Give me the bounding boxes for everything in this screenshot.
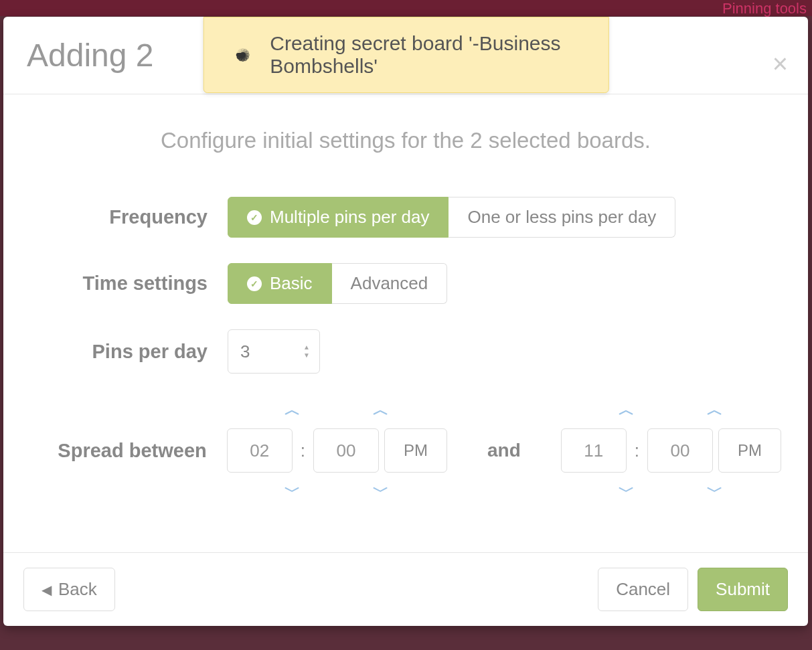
start-minute-up[interactable]: ︿ [348, 399, 414, 420]
pins-increment-button[interactable]: ▲ [302, 344, 311, 351]
frequency-label: Frequency [30, 206, 228, 228]
modal-dialog: Adding 2 × Configure initial settings fo… [3, 17, 808, 626]
time-basic-button[interactable]: ✓ Basic [228, 263, 332, 304]
toast-message: Creating secret board '-Business Bombshe… [270, 32, 581, 78]
pins-per-day-label: Pins per day [30, 341, 228, 363]
start-time-group: ︿ ︿ : PM ﹀ ﹀ [227, 399, 447, 502]
time-settings-row: Time settings ✓ Basic Advanced [30, 263, 781, 304]
toast-notification: Creating secret board '-Business Bombshe… [203, 17, 609, 93]
frequency-row: Frequency ✓ Multiple pins per day One or… [30, 197, 781, 238]
start-hour-up[interactable]: ︿ [260, 399, 325, 420]
start-chevron-down-row: ﹀ ﹀ [260, 481, 414, 502]
back-button[interactable]: ◀ Back [23, 568, 115, 611]
start-minute-input[interactable] [313, 428, 379, 473]
check-circle-icon: ✓ [247, 210, 262, 225]
check-circle-icon: ✓ [247, 276, 262, 291]
chevron-left-icon: ◀ [42, 582, 52, 598]
end-time-inputs: : PM [561, 428, 781, 473]
spread-label: Spread between [30, 440, 227, 462]
time-advanced-button[interactable]: Advanced [332, 263, 448, 304]
frequency-toggle-group: ✓ Multiple pins per day One or less pins… [228, 197, 675, 238]
end-hour-down[interactable]: ﹀ [594, 481, 659, 502]
pins-per-day-input-wrapper: ▲ ▼ [228, 329, 320, 374]
start-hour-input[interactable] [227, 428, 293, 473]
start-time-inputs: : PM [227, 428, 447, 473]
footer-right: Cancel Submit [598, 568, 788, 611]
end-minute-input[interactable] [647, 428, 713, 473]
end-ampm-button[interactable]: PM [718, 428, 781, 473]
close-icon[interactable]: × [773, 50, 788, 77]
modal-body: Configure initial settings for the 2 sel… [3, 94, 808, 554]
start-minute-down[interactable]: ﹀ [348, 481, 414, 502]
pins-per-day-input[interactable] [240, 330, 294, 373]
end-hour-up[interactable]: ︿ [594, 399, 659, 420]
end-chevron-down-row: ﹀ ﹀ [594, 481, 748, 502]
colon: : [298, 440, 308, 461]
top-bar: Pinning tools [0, 0, 812, 16]
start-ampm-button[interactable]: PM [384, 428, 447, 473]
submit-button[interactable]: Submit [698, 568, 788, 611]
subheading: Configure initial settings for the 2 sel… [30, 128, 781, 153]
pins-per-day-row: Pins per day ▲ ▼ [30, 329, 781, 374]
start-hour-down[interactable]: ﹀ [260, 481, 325, 502]
loading-spinner-icon [230, 39, 255, 71]
time-advanced-label: Advanced [351, 273, 428, 294]
end-minute-up[interactable]: ︿ [682, 399, 748, 420]
time-settings-label: Time settings [30, 272, 228, 295]
cancel-button[interactable]: Cancel [598, 568, 688, 611]
pins-spinner: ▲ ▼ [302, 344, 311, 359]
and-label: and [447, 440, 561, 461]
frequency-multiple-button[interactable]: ✓ Multiple pins per day [228, 197, 449, 238]
colon: : [632, 440, 642, 461]
pinning-tools-link[interactable]: Pinning tools [722, 0, 807, 17]
end-time-group: ︿ ︿ : PM ﹀ ﹀ [561, 399, 781, 502]
frequency-single-button[interactable]: One or less pins per day [449, 197, 675, 238]
frequency-single-label: One or less pins per day [467, 207, 656, 228]
end-chevron-up-row: ︿ ︿ [594, 399, 748, 420]
frequency-multiple-label: Multiple pins per day [270, 207, 429, 228]
end-minute-down[interactable]: ﹀ [682, 481, 748, 502]
time-settings-toggle-group: ✓ Basic Advanced [228, 263, 447, 304]
end-hour-input[interactable] [561, 428, 627, 473]
time-basic-label: Basic [270, 273, 313, 294]
back-label: Back [58, 579, 97, 600]
pins-decrement-button[interactable]: ▼ [302, 352, 311, 359]
modal-footer: ◀ Back Cancel Submit [3, 552, 808, 626]
spread-row: Spread between ︿ ︿ : PM [30, 399, 781, 502]
time-range-controls: ︿ ︿ : PM ﹀ ﹀ an [227, 399, 781, 502]
start-chevron-up-row: ︿ ︿ [260, 399, 414, 420]
